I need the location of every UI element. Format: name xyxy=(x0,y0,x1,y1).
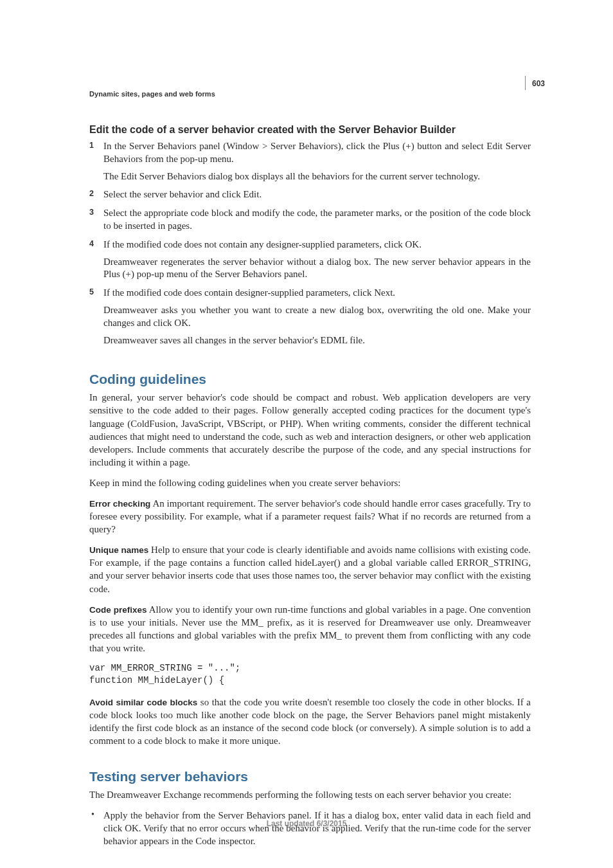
page-content: Edit the code of a server behavior creat… xyxy=(89,124,531,854)
footer-updated: Last updated 6/3/2015 xyxy=(0,819,613,828)
paragraph-unique-names: Unique names Help to ensure that your co… xyxy=(89,543,531,595)
heading-coding-guidelines: Coding guidelines xyxy=(89,372,531,387)
step-5: If the modified code does contain design… xyxy=(89,287,531,347)
step-1: In the Server Behaviors panel (Window > … xyxy=(89,140,531,183)
page-number-box: 603 xyxy=(525,76,545,90)
steps-list: In the Server Behaviors panel (Window > … xyxy=(89,140,531,347)
step-2: Select the server behavior and click Edi… xyxy=(89,188,531,201)
step-subtext: The Edit Server Behaviors dialog box dis… xyxy=(103,170,531,183)
paragraph: Keep in mind the following coding guidel… xyxy=(89,476,531,489)
bullet-text: Apply the behavior from the Server Behav… xyxy=(103,810,531,846)
runin-body: Allow you to identify your own run-time … xyxy=(89,604,531,653)
step-subtext: Dreamweaver saves all changes in the ser… xyxy=(103,334,531,347)
step-subtext: Dreamweaver regenerates the server behav… xyxy=(103,256,531,282)
code-block: var MM_ERROR_STRING = "..."; function MM… xyxy=(89,662,531,687)
paragraph-error-checking: Error checking An important requirement.… xyxy=(89,497,531,536)
heading-testing: Testing server behaviors xyxy=(89,769,531,784)
runin-label: Error checking xyxy=(89,499,150,509)
step-text: In the Server Behaviors panel (Window > … xyxy=(103,141,531,164)
paragraph: The Dreamweaver Exchange recommends perf… xyxy=(89,788,531,801)
breadcrumb: Dynamic sites, pages and web forms xyxy=(89,90,215,98)
runin-label: Avoid similar code blocks xyxy=(89,698,197,707)
runin-label: Code prefixes xyxy=(89,605,147,615)
runin-body: An important requirement. The server beh… xyxy=(89,498,531,534)
step-text: If the modified code does contain design… xyxy=(103,287,395,298)
runin-label: Unique names xyxy=(89,545,148,555)
paragraph-avoid-similar: Avoid similar code blocks so that the co… xyxy=(89,696,531,747)
bullet-list: Apply the behavior from the Server Behav… xyxy=(89,809,531,847)
page-number: 603 xyxy=(532,79,545,88)
step-text: If the modified code does not contain an… xyxy=(103,239,422,249)
paragraph-code-prefixes: Code prefixes Allow you to identify your… xyxy=(89,603,531,655)
step-subtext: Dreamweaver asks you whether you want to… xyxy=(103,304,531,330)
step-4: If the modified code does not contain an… xyxy=(89,239,531,281)
step-text: Select the appropriate code block and mo… xyxy=(103,208,531,231)
paragraph: In general, your server behavior's code … xyxy=(89,391,531,469)
step-text: Select the server behavior and click Edi… xyxy=(103,189,262,199)
step-3: Select the appropriate code block and mo… xyxy=(89,207,531,233)
runin-body: Help to ensure that your code is clearly… xyxy=(89,545,531,593)
list-item: Apply the behavior from the Server Behav… xyxy=(89,809,531,847)
heading-edit-code: Edit the code of a server behavior creat… xyxy=(89,124,531,136)
